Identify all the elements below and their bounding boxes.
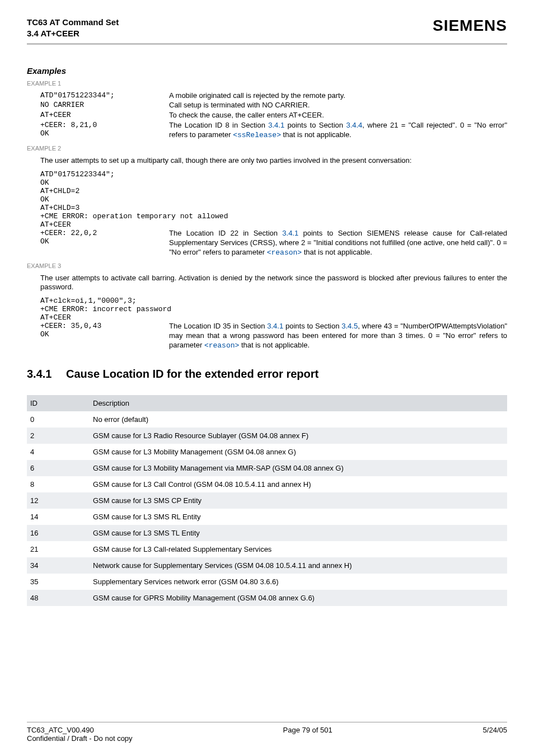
brand-logo: SIEMENS: [433, 17, 507, 35]
cell-id: 48: [27, 590, 90, 606]
section-link[interactable]: 3.4.4: [346, 121, 362, 129]
cmd-block: ATD"01751223344"; OK AT+CHLD=2 OK AT+CHL…: [40, 170, 507, 229]
cmd: +CEER: 22,0,2 OK: [40, 229, 169, 246]
cmd: NO CARRIER: [40, 101, 169, 109]
header-title: TC63 AT Command Set 3.4 AT+CEER: [27, 17, 119, 40]
footer-divider: [27, 722, 507, 722]
cmd: +CEER: 8,21,0 OK: [40, 121, 169, 138]
cmd-block: AT+clck=oi,1,"0000",3; +CME ERROR: incor…: [40, 297, 507, 322]
cell-desc: Network cause for Supplementary Services…: [90, 557, 507, 574]
title-line-1: TC63 AT Command Set: [27, 17, 119, 28]
example-3-body: The user attempts to activate call barri…: [40, 274, 507, 351]
example-1-body: ATD"01751223344"; A mobile originated ca…: [40, 91, 507, 140]
header-divider: [27, 43, 507, 45]
cell-desc: GSM cause for L3 SMS CP Entity: [90, 492, 507, 509]
footer-right: 5/24/05: [483, 726, 507, 743]
section-heading: 3.4.1 Cause Location ID for the extended…: [27, 368, 507, 381]
section-link[interactable]: 3.4.5: [341, 322, 358, 330]
cell-desc: GSM cause for L3 Mobility Management (GS…: [90, 444, 507, 460]
cell-desc: GSM cause for L3 Call-related Supplement…: [90, 541, 507, 557]
example-2-intro: The user attempts to set up a multiparty…: [40, 156, 507, 166]
cell-desc: GSM cause for L3 SMS TL Entity: [90, 525, 507, 541]
table-row: 21GSM cause for L3 Call-related Suppleme…: [27, 541, 507, 557]
examples-heading: Examples: [27, 66, 507, 76]
table-row: 16GSM cause for L3 SMS TL Entity: [27, 525, 507, 541]
param-link[interactable]: <reason>: [204, 341, 239, 350]
table-row: 34Network cause for Supplementary Servic…: [27, 557, 507, 574]
page: TC63 AT Command Set 3.4 AT+CEER SIEMENS …: [0, 0, 534, 756]
cell-desc: No error (default): [90, 411, 507, 428]
table-row: 2GSM cause for L3 Radio Resource Sublaye…: [27, 428, 507, 444]
cell-id: 21: [27, 541, 90, 557]
cmd: +CEER: 35,0,43 OK: [40, 322, 169, 339]
cell-id: 6: [27, 460, 90, 476]
footer-left: TC63_ATC_V00.490 Confidential / Draft - …: [27, 726, 133, 743]
cmd: AT+CEER: [40, 111, 169, 119]
param-link[interactable]: <ssRelease>: [233, 131, 281, 139]
example-2-body: The user attempts to set up a multiparty…: [40, 156, 507, 258]
example-3-label: EXAMPLE 3: [27, 262, 507, 269]
table-row: 6GSM cause for L3 Mobility Management vi…: [27, 460, 507, 476]
th-id: ID: [27, 395, 90, 411]
example-3-intro: The user attempts to activate call barri…: [40, 274, 507, 293]
cmd: ATD"01751223344";: [40, 91, 169, 100]
desc: Call setup is terminated with NO CARRIER…: [169, 101, 507, 110]
table-row: 48GSM cause for GPRS Mobility Management…: [27, 590, 507, 606]
cause-location-table: ID Description 0No error (default)2GSM c…: [27, 395, 507, 606]
example-1-label: EXAMPLE 1: [27, 80, 507, 87]
cell-desc: GSM cause for L3 Call Control (GSM 04.08…: [90, 476, 507, 492]
cell-id: 2: [27, 428, 90, 444]
table-row: 8GSM cause for L3 Call Control (GSM 04.0…: [27, 476, 507, 492]
desc: The Location ID 8 in Section 3.4.1 point…: [169, 121, 507, 140]
table-row: 4GSM cause for L3 Mobility Management (G…: [27, 444, 507, 460]
param-link[interactable]: <reason>: [267, 248, 302, 257]
table-row: 14GSM cause for L3 SMS RL Entity: [27, 509, 507, 525]
th-desc: Description: [90, 395, 507, 411]
example-2-label: EXAMPLE 2: [27, 145, 507, 152]
page-footer: TC63_ATC_V00.490 Confidential / Draft - …: [27, 722, 507, 743]
desc: The Location ID 22 in Section 3.4.1 poin…: [169, 229, 507, 258]
cell-id: 34: [27, 557, 90, 574]
page-header: TC63 AT Command Set 3.4 AT+CEER SIEMENS: [27, 17, 507, 40]
cell-desc: GSM cause for L3 Radio Resource Sublayer…: [90, 428, 507, 444]
desc: To check the cause, the caller enters AT…: [169, 111, 507, 120]
table-row: 12GSM cause for L3 SMS CP Entity: [27, 492, 507, 509]
cell-desc: Supplementary Services network error (GS…: [90, 574, 507, 590]
section-number: 3.4.1: [27, 368, 66, 381]
cell-id: 8: [27, 476, 90, 492]
section-link[interactable]: 3.4.1: [282, 229, 298, 237]
section-link[interactable]: 3.4.1: [267, 322, 283, 330]
section-link[interactable]: 3.4.1: [268, 121, 284, 129]
cell-id: 12: [27, 492, 90, 509]
table-row: 0No error (default): [27, 411, 507, 428]
cell-id: 16: [27, 525, 90, 541]
table-row: 35Supplementary Services network error (…: [27, 574, 507, 590]
footer-center: Page 79 of 501: [283, 726, 332, 743]
cell-desc: GSM cause for GPRS Mobility Management (…: [90, 590, 507, 606]
cell-id: 0: [27, 411, 90, 428]
cell-id: 4: [27, 444, 90, 460]
title-line-2: 3.4 AT+CEER: [27, 28, 119, 39]
cell-desc: GSM cause for L3 SMS RL Entity: [90, 509, 507, 525]
cell-id: 14: [27, 509, 90, 525]
desc: The Location ID 35 in Section 3.4.1 poin…: [169, 322, 507, 351]
cell-desc: GSM cause for L3 Mobility Management via…: [90, 460, 507, 476]
desc: A mobile originated call is rejected by …: [169, 91, 507, 101]
section-title: Cause Location ID for the extended error…: [66, 368, 318, 381]
cell-id: 35: [27, 574, 90, 590]
